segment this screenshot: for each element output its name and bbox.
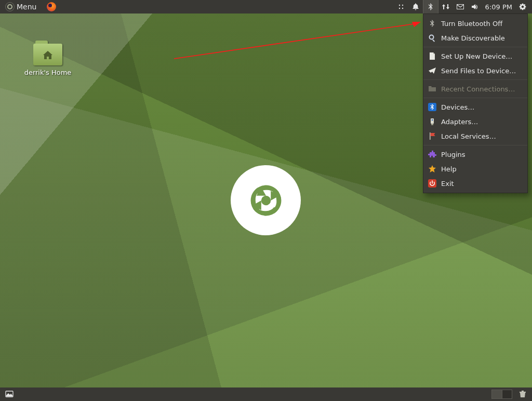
menu-separator: [423, 145, 527, 145]
bluetooth-menu: Turn Bluetooth Off Make Discoverable Set…: [423, 14, 528, 193]
workspace-switcher[interactable]: [488, 387, 515, 401]
mate-logo-icon: [242, 177, 290, 224]
bluetooth-blue-icon: [428, 102, 437, 112]
bell-icon: [411, 3, 420, 11]
network-updown-icon: [442, 3, 450, 11]
menu-item-label: Local Services…: [441, 132, 496, 140]
menu-item-label: Adapters…: [441, 118, 478, 126]
tray-bluetooth[interactable]: [423, 0, 438, 14]
svg-point-2: [402, 5, 403, 6]
svg-point-3: [402, 8, 403, 9]
menu-item-label: Turn Bluetooth Off: [441, 20, 502, 28]
clock-text: 6:09 PM: [485, 3, 512, 11]
mail-icon: [456, 3, 464, 11]
menu-item-label: Send Files to Device…: [441, 67, 516, 75]
menu-item-label: Devices…: [441, 103, 474, 111]
folder-icon: [33, 41, 62, 65]
tray-sound[interactable]: [468, 0, 482, 14]
menu-separator: [423, 79, 527, 80]
send-icon: [428, 66, 437, 75]
svg-point-0: [398, 5, 400, 6]
document-add-icon: [428, 51, 437, 61]
bluetooth-icon: [428, 19, 437, 28]
firefox-launcher[interactable]: [44, 0, 59, 14]
bt-item-adapters[interactable]: Adapters…: [423, 114, 527, 129]
svg-point-4: [261, 195, 270, 205]
tray-notifications[interactable]: [408, 0, 423, 14]
menu-item-label: Set Up New Device…: [441, 52, 512, 60]
panel-right: 6:09 PM: [394, 0, 530, 14]
gear-icon: [518, 3, 527, 11]
workspace-switcher-grid: [491, 390, 512, 399]
menu-separator: [423, 98, 527, 98]
bt-item-exit[interactable]: Exit: [423, 176, 527, 191]
main-menu-button[interactable]: Menu: [2, 0, 44, 14]
tray-settings[interactable]: [515, 0, 530, 14]
bluetooth-icon: [427, 3, 435, 11]
mate-desktop-logo: [231, 165, 301, 235]
bt-item-plugins[interactable]: Plugins: [423, 147, 527, 162]
tray-mail[interactable]: [453, 0, 468, 14]
flag-icon: [428, 131, 437, 141]
svg-rect-16: [430, 132, 431, 140]
bt-item-discoverable[interactable]: Make Discoverable: [423, 31, 527, 45]
power-icon: [428, 179, 437, 188]
tray-grip[interactable]: [394, 0, 408, 14]
menu-item-label: Exit: [441, 180, 454, 188]
menu-item-label: Help: [441, 165, 457, 173]
panel-left: Menu: [2, 0, 59, 14]
show-desktop-button[interactable]: [2, 387, 17, 401]
home-folder-icon[interactable]: derrik's Home: [22, 41, 74, 76]
bt-item-setup-device[interactable]: Set Up New Device…: [423, 49, 527, 63]
volume-icon: [471, 3, 479, 11]
trash-icon: [518, 390, 527, 398]
svg-point-10: [430, 35, 434, 39]
home-glyph-icon: [43, 51, 52, 59]
bt-item-recent-connections: Recent Connections…: [423, 82, 527, 96]
ubuntu-mate-icon: [5, 2, 15, 11]
bt-item-devices[interactable]: Devices…: [423, 100, 527, 114]
menu-item-label: Make Discoverable: [441, 34, 505, 42]
svg-point-15: [432, 119, 433, 121]
tray-network[interactable]: [438, 0, 453, 14]
bt-item-help[interactable]: Help: [423, 162, 527, 176]
svg-point-1: [398, 8, 400, 9]
bt-item-local-services[interactable]: Local Services…: [423, 129, 527, 143]
folder-icon: [428, 84, 437, 93]
firefox-icon: [47, 2, 56, 11]
menu-item-label: Recent Connections…: [441, 85, 515, 93]
search-icon: [428, 33, 437, 43]
home-folder-label: derrik's Home: [24, 69, 72, 76]
svg-rect-13: [431, 118, 434, 124]
bottom-panel: [0, 387, 532, 401]
top-panel: Menu 6:09 PM: [0, 0, 532, 14]
bt-item-turn-off[interactable]: Turn Bluetooth Off: [423, 16, 527, 31]
star-icon: [428, 164, 437, 173]
bt-item-send-files[interactable]: Send Files to Device…: [423, 63, 527, 78]
main-menu-label: Menu: [15, 3, 41, 11]
puzzle-icon: [428, 150, 437, 159]
trash-button[interactable]: [515, 387, 530, 401]
show-desktop-icon: [5, 390, 14, 398]
svg-rect-11: [432, 39, 435, 42]
adapter-icon: [428, 117, 437, 126]
grip-icon: [397, 3, 405, 11]
menu-item-label: Plugins: [441, 151, 466, 158]
menu-separator: [423, 47, 527, 47]
tray-clock[interactable]: 6:09 PM: [482, 0, 515, 14]
svg-rect-14: [431, 124, 433, 125]
